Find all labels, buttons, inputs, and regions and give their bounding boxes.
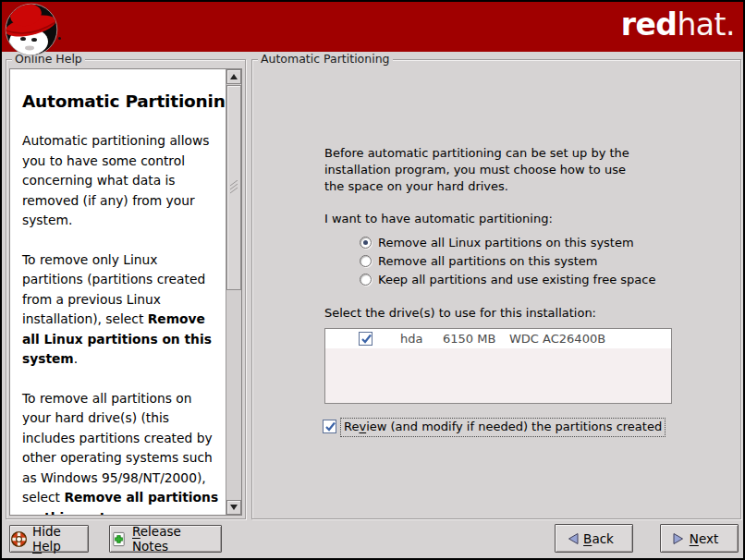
help-p3-period: . xyxy=(128,510,131,516)
drive-row-hda[interactable]: hda 6150 MB WDC AC26400B xyxy=(325,329,671,348)
label-post: elease Notes xyxy=(132,524,181,554)
partitioning-question-label: I want to have automatic partitioning: xyxy=(324,212,553,225)
review-label-mnemonic: v xyxy=(359,420,366,433)
radio-remove-linux-partitions[interactable]: Remove all Linux partitions on this syst… xyxy=(360,233,655,251)
radio-label: Remove all Linux partitions on this syst… xyxy=(378,236,634,250)
next-button[interactable]: Next xyxy=(660,524,739,553)
label-post: ext xyxy=(699,531,718,546)
radio-label: Keep all partitions and use existing fre… xyxy=(378,273,655,286)
help-viewport: Automatic Partitioning Automatic partiti… xyxy=(9,68,242,516)
label-mnemonic: H xyxy=(32,539,42,554)
life-ring-icon xyxy=(10,530,28,548)
scrollbar-thumb[interactable] xyxy=(226,85,241,290)
hide-help-label: Hide Help xyxy=(32,524,88,554)
online-help-panel: Online Help Automatic Partitioning Autom… xyxy=(6,59,246,519)
drive-checkbox[interactable] xyxy=(359,332,372,346)
drive-list[interactable]: hda 6150 MB WDC AC26400B xyxy=(324,328,672,404)
review-checkbox[interactable] xyxy=(323,420,336,433)
up-arrow-icon xyxy=(230,74,238,79)
wordmark-light: hat. xyxy=(677,6,735,43)
drive-size: 6150 MB xyxy=(443,332,502,346)
installer-window: redhat. Online Help Automatic Partitioni… xyxy=(0,0,745,560)
automatic-partitioning-frame-label: Automatic Partitioning xyxy=(258,52,393,66)
help-p2-period: . xyxy=(74,351,78,366)
help-paragraph-3: To remove all partitions on your hard dr… xyxy=(22,389,219,516)
redhat-shadowman-logo xyxy=(4,2,59,57)
down-arrow-icon xyxy=(230,505,238,510)
checkmark-icon xyxy=(360,332,373,346)
label-mnemonic: R xyxy=(132,524,140,539)
help-title: Automatic Partitioning xyxy=(22,91,219,111)
help-p3-text: To remove all partitions on your hard dr… xyxy=(22,391,213,505)
review-checkbox-label[interactable]: Review (and modify if needed) the partit… xyxy=(340,418,666,437)
redhat-wordmark: redhat. xyxy=(621,6,735,43)
next-arrow-icon xyxy=(671,531,686,546)
label-mnemonic: B xyxy=(583,531,592,546)
hide-help-button[interactable]: Hide Help xyxy=(9,525,89,553)
radio-button[interactable] xyxy=(360,255,372,267)
release-notes-label: Release Notes xyxy=(132,524,221,554)
radio-label: Remove all partitions on this system xyxy=(378,254,597,268)
partitioning-radio-group: Remove all Linux partitions on this syst… xyxy=(360,233,655,288)
label-post: elp xyxy=(42,539,61,554)
thumb-grip-icon xyxy=(229,180,239,195)
scroll-down-button[interactable] xyxy=(226,500,241,515)
back-button[interactable]: Back xyxy=(555,524,633,553)
select-drives-label: Select the drive(s) to use for this inst… xyxy=(324,306,596,320)
help-content: Automatic Partitioning Automatic partiti… xyxy=(10,69,226,515)
release-notes-icon xyxy=(110,530,128,548)
help-paragraph-2: To remove only Linux partitions (partiti… xyxy=(22,250,219,370)
release-notes-button[interactable]: Release Notes xyxy=(109,525,222,553)
review-label-post: iew (and modify if needed) the partition… xyxy=(366,420,662,433)
help-paragraph-1: Automatic partitioning allows you to hav… xyxy=(22,131,219,231)
review-partitions-option[interactable]: Review (and modify if needed) the partit… xyxy=(323,418,666,437)
header-banner: redhat. xyxy=(2,2,743,52)
help-scrollbar[interactable] xyxy=(226,69,241,515)
label-pre: Hide xyxy=(32,524,61,539)
radio-button[interactable] xyxy=(360,274,372,286)
label-mnemonic: N xyxy=(690,531,699,546)
checkmark-icon xyxy=(324,420,337,433)
radio-keep-all-partitions[interactable]: Keep all partitions and use existing fre… xyxy=(360,270,655,288)
radio-button-selected[interactable] xyxy=(360,237,372,249)
wordmark-bold: red xyxy=(621,6,678,43)
scroll-up-button[interactable] xyxy=(226,69,241,84)
radio-remove-all-partitions[interactable]: Remove all partitions on this system xyxy=(360,251,655,270)
drive-device: hda xyxy=(400,332,439,346)
intro-text: Before automatic partitioning can be set… xyxy=(324,145,641,195)
back-arrow-icon xyxy=(566,531,580,546)
review-label-pre: Re xyxy=(344,420,359,433)
automatic-partitioning-panel: Automatic Partitioning Before automatic … xyxy=(251,59,741,519)
drive-model: WDC AC26400B xyxy=(509,332,605,346)
label-post: ack xyxy=(592,531,614,546)
registered-trademark-dot xyxy=(58,37,61,40)
